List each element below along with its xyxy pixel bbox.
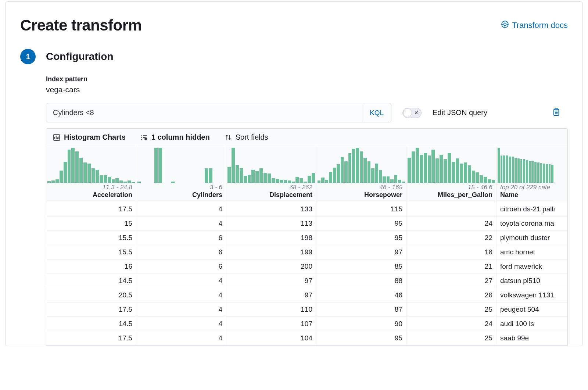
cell-displacement: 97 [226,288,316,302]
cell-acceleration: 17.5 [46,202,136,216]
histogram-bar [363,158,366,183]
table-row[interactable]: 17.541049525saab 99e [46,331,567,346]
column-header-horsepower[interactable]: 46 - 165Horsepower [316,146,406,202]
histogram-bar [428,155,431,183]
sort-fields-button[interactable]: Sort fields [225,133,268,142]
histogram-bar [460,164,463,183]
table-row[interactable]: 14.541079024audi 100 ls [46,317,567,331]
column-name: Displacement [226,191,316,202]
histogram-bar [248,175,251,183]
histogram-bar [484,177,487,183]
histogram-bar [476,172,479,183]
edit-json-label: Edit JSON query [433,108,487,117]
histogram-bar [276,179,279,183]
column-header-acceleration[interactable]: 11.3 - 24.8Acceleration [46,146,136,202]
histogram-bar [402,182,405,183]
histogram-bar [344,161,347,183]
cell-miles_per_gallon: 26 [406,288,496,302]
columns-icon [140,134,148,141]
histogram-bar [96,170,99,183]
cell-name: volkswagen 1131 [496,288,555,302]
histogram-bar [272,178,275,183]
table-row[interactable]: 14.54978827datsun pl510 [46,274,567,288]
column-header-miles_per_gallon[interactable]: 15 - 46.6Miles_per_Gallon [406,146,496,202]
histogram-charts-button[interactable]: Histogram Charts [53,133,126,142]
cell-displacement: 133 [226,202,316,216]
table-row[interactable]: 20.54974626volkswagen 1131 [46,288,567,303]
table-row[interactable]: 1541139524toyota corona mar [46,217,567,231]
docs-link-label: Transform docs [512,21,568,30]
histogram-bar [318,180,320,183]
column-range: 3 - 6 [136,183,226,191]
cell-horsepower: 46 [316,288,406,302]
histogram-bar [333,168,336,183]
sort-fields-label: Sort fields [236,133,268,142]
histogram-miles_per_gallon [406,146,496,183]
cell-horsepower: 95 [316,231,406,245]
cell-displacement: 199 [226,245,316,259]
close-icon: ✕ [414,110,419,116]
cell-miles_per_gallon: 18 [406,245,496,259]
cell-displacement: 97 [226,274,316,288]
cell-horsepower: 115 [316,202,406,216]
cell-name: ford maverick [496,260,555,273]
column-header-cylinders[interactable]: 3 - 6Cylinders [136,146,226,202]
histogram-bar [244,176,247,183]
kql-badge[interactable]: KQL [362,103,391,122]
histogram-bar [371,168,374,183]
cell-acceleration: 17.5 [46,303,136,316]
table-row[interactable]: 17.54133115citroen ds-21 palla [46,202,567,217]
cell-miles_per_gallon: 25 [406,303,496,316]
histogram-bar [259,168,263,183]
histogram-bar [531,161,534,183]
histogram-bar [492,180,495,183]
svg-point-1 [504,23,506,26]
cell-acceleration: 15 [46,217,136,230]
svg-point-4 [144,137,147,140]
histogram-bar [534,162,537,183]
columns-hidden-button[interactable]: 1 column hidden [140,133,210,142]
edit-json-toggle[interactable]: ✕ [402,108,422,118]
table-row[interactable]: 15.561999718amc hornet [46,245,567,260]
histogram-bar [356,148,359,183]
table-row[interactable]: 17.541108725peugeot 504 [46,303,567,317]
histogram-bar [498,148,500,183]
histogram-bar [387,176,390,183]
cell-acceleration: 17.5 [46,331,136,345]
histogram-bar [158,148,162,183]
histogram-bar [280,180,283,183]
histogram-icon [53,134,60,141]
histogram-bar [383,176,386,183]
query-input[interactable] [46,103,362,122]
table-row[interactable]: 1662008521ford maverick [46,260,567,274]
histogram-bar [92,168,95,183]
cell-displacement: 110 [226,303,316,316]
histogram-bar [288,180,291,183]
index-pattern-label: Index pattern [46,75,568,83]
histogram-bar [295,177,299,183]
cell-cylinders: 4 [136,217,226,230]
histogram-bar [100,175,103,183]
step-title: Configuration [46,51,114,62]
page-title: Create transform [20,17,141,34]
toggle-knob [403,108,412,117]
histogram-bar [71,148,75,183]
cell-cylinders: 4 [136,317,226,331]
histogram-bar [251,170,255,183]
cell-name: toyota corona mar [496,217,555,230]
histogram-bar [284,180,287,183]
copy-clipboard-button[interactable] [552,108,560,118]
histogram-bar [444,159,447,183]
histogram-bar [123,182,127,183]
transform-docs-link[interactable]: Transform docs [501,20,568,31]
histogram-bar [68,150,71,183]
cell-horsepower: 95 [316,217,406,230]
histogram-bar [60,171,63,183]
table-toolbar: Histogram Charts 1 column hidden [46,129,567,146]
column-header-displacement[interactable]: 68 - 262Displacement [226,146,316,202]
histogram-bar [154,148,158,183]
table-row[interactable]: 15.561989522plymouth duster [46,231,567,245]
column-header-name[interactable]: top 20 of 229 cateName [496,146,555,202]
histogram-bar [268,173,271,183]
histogram-bar [488,179,491,183]
